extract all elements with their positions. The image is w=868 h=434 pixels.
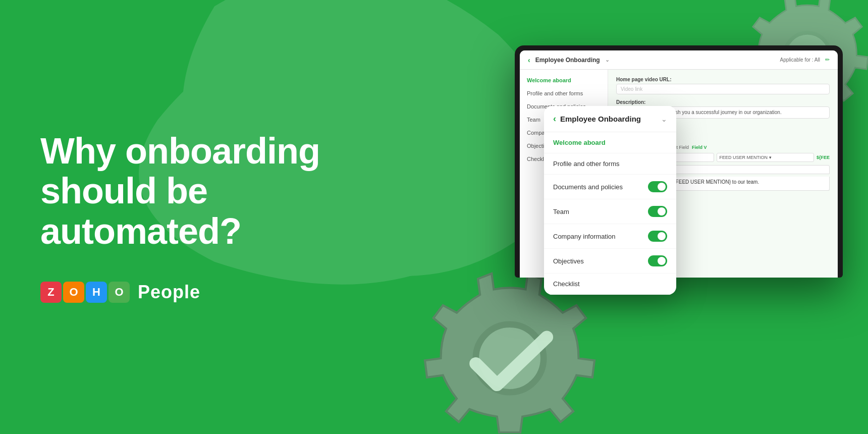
video-link-placeholder: Video link (621, 86, 642, 92)
app-header: ‹ Employee Onboarding ⌄ Applicable for :… (520, 50, 838, 70)
documents-toggle[interactable] (648, 181, 667, 192)
zoho-z: Z (40, 282, 62, 303)
headline-line2: should be (40, 171, 207, 211)
panel-nav-team-label: Team (553, 208, 569, 215)
panel-title: Employee Onboarding (560, 115, 657, 123)
header-edit-icon[interactable]: ✏ (825, 57, 830, 63)
panel-nav-checklist[interactable]: Checklist (544, 274, 676, 295)
team-toggle[interactable] (648, 206, 667, 217)
field-value-display: ${FEE (817, 155, 830, 160)
left-content: Why onboarding should be automated? Z O … (0, 0, 454, 434)
sidebar-profile[interactable]: Profile and other forms (520, 87, 608, 100)
panel-nav-objectives-label: Objectives (553, 257, 584, 265)
header-applicable: Applicable for : All (780, 57, 821, 63)
panel-nav-profile[interactable]: Profile and other forms (544, 153, 676, 175)
panel-nav-company-label: Company information (553, 233, 616, 240)
panel-nav-company[interactable]: Company information (544, 224, 676, 249)
video-url-field: Home page video URL: Video link (616, 77, 830, 94)
panel-nav-team[interactable]: Team (544, 199, 676, 224)
description-label: Description: (616, 99, 830, 105)
panel-nav-profile-label: Profile and other forms (553, 160, 620, 168)
panel-header: ‹ Employee Onboarding ⌄ (544, 106, 676, 132)
panel-back-arrow[interactable]: ‹ (553, 114, 556, 124)
company-toggle[interactable] (648, 231, 667, 242)
logo-area: Z O H O People (40, 282, 414, 303)
field-v-label: Field V (692, 145, 707, 150)
floating-panel: ‹ Employee Onboarding ⌄ Welcome aboard P… (544, 106, 676, 295)
panel-nav-objectives[interactable]: Objectives (544, 249, 676, 274)
headline-line3: automated? (40, 211, 241, 251)
feed-user-select[interactable]: FEED USER MENTION ▾ (717, 153, 815, 162)
video-url-input[interactable]: Video link (616, 84, 830, 94)
video-url-label: Home page video URL: (616, 77, 830, 82)
zoho-logo: Z O H O (40, 282, 130, 303)
objectives-toggle[interactable] (648, 255, 667, 266)
product-name: People (138, 282, 200, 303)
panel-nav-welcome[interactable]: Welcome aboard (544, 132, 676, 153)
panel-nav-welcome-label: Welcome aboard (553, 139, 606, 146)
headline-line1: Why onboarding (40, 131, 320, 171)
header-app-title: Employee Onboarding (535, 57, 600, 64)
headline: Why onboarding should be automated? (40, 131, 414, 251)
header-back-arrow[interactable]: ‹ (528, 56, 530, 64)
panel-nav-documents[interactable]: Documents and policies (544, 175, 676, 199)
zoho-o: O (63, 282, 84, 303)
header-chevron-icon[interactable]: ⌄ (605, 57, 610, 63)
zoho-h: H (86, 282, 107, 303)
panel-nav-checklist-label: Checklist (553, 280, 580, 288)
panel-nav-documents-label: Documents and policies (553, 183, 623, 191)
panel-chevron-icon[interactable]: ⌄ (661, 115, 667, 123)
sidebar-welcome[interactable]: Welcome aboard (520, 74, 608, 87)
zoho-o2: O (108, 282, 130, 303)
